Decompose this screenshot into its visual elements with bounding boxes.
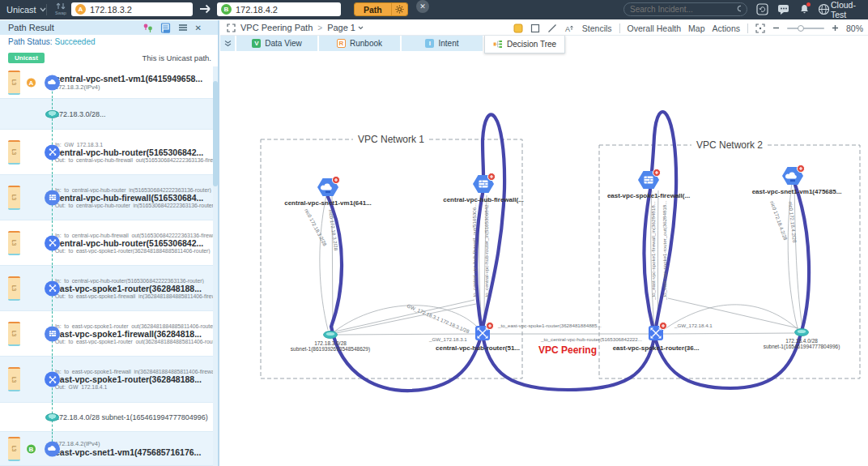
vpc1-title: VPC Network 1 — [358, 134, 424, 145]
page-selector[interactable]: Page 1 — [327, 23, 364, 32]
menu-icon[interactable] — [178, 24, 188, 32]
list-item[interactable]: 172.18.4.0/28 subnet-1(16546199477780499… — [0, 403, 218, 432]
chat-icon[interactable] — [777, 3, 790, 16]
bell-icon[interactable] — [798, 3, 811, 16]
map-area: VPC Peering Path > Page 1 A Stencils Ove… — [220, 20, 868, 466]
actions-button[interactable]: Actions — [713, 24, 740, 33]
close-path-bar-button[interactable]: ✕ — [416, 0, 429, 13]
hop-name: east-vpc-spoke1-router(362848188... — [55, 284, 215, 293]
account-menu[interactable]: Cloud-Test — [831, 0, 868, 19]
endpoint-b-badge: B — [221, 4, 232, 15]
shape-tool-icon[interactable] — [530, 24, 540, 33]
hop-name: central-vpc-hub-router(5165306842... — [55, 147, 215, 157]
divider — [46, 4, 47, 15]
text-tool-icon[interactable]: A — [564, 24, 575, 33]
close-panel-icon[interactable]: ✕ — [195, 24, 202, 32]
list-item[interactable]: L3 In:_to_east-vpc-spoke1-router_out(362… — [0, 311, 218, 357]
topology-canvas[interactable]: VPC Network 1 VPC Network 2 — [220, 51, 868, 466]
list-item[interactable]: L3 A central-vpc-snet1-vm1(6415949658...… — [0, 66, 218, 99]
node-central-subnet[interactable]: 172.18.3.0/28 subnet-1(86193926935485486… — [291, 331, 370, 353]
hop-name: central-vpc-hub-firewall(516530684... — [55, 193, 215, 203]
svg-text:_to_central-vpc-hub-router_in(: _to_central-vpc-hub-router_in(5165306842… — [483, 200, 489, 301]
hop-in: In:_GW_172.18.3.1 — [55, 142, 215, 147]
zoom-out-button[interactable] — [772, 24, 780, 32]
map-menu-button[interactable]: Map — [688, 24, 704, 33]
link-lines — [320, 182, 802, 335]
node-east-vm[interactable]: east-vpc-snet1-vm1(475685... — [752, 165, 842, 195]
router-icon — [45, 280, 60, 296]
svg-text:_to_central-vpc-hub-router(516: _to_central-vpc-hub-router(5165306842222… — [540, 336, 642, 342]
list-item[interactable]: L3 In:_to_east-vpc-spoke1-firewall_in(36… — [0, 357, 218, 403]
fit-screen-icon[interactable] — [755, 24, 765, 33]
collapse-tabs-button[interactable] — [220, 36, 235, 51]
hop-name: central-vpc-snet1-vm1(6415949658... — [55, 74, 215, 83]
svg-text:_to_central-vpc-hub-firewall_o: _to_central-vpc-hub-firewall_out(5165306… — [471, 203, 477, 301]
path-status-label: Path Status: — [8, 37, 52, 46]
panel-scrollbar[interactable] — [213, 66, 218, 466]
zoom-in-button[interactable] — [832, 24, 839, 32]
stencils-button[interactable]: Stencils — [582, 24, 612, 33]
hop-in: In:_to_east-vpc-spoke1-router_out(362848… — [55, 323, 215, 329]
data-view-icon: V — [252, 39, 261, 48]
list-item[interactable]: L3 In:_to_central-vpc-hub-router_in(5165… — [0, 175, 218, 220]
node-east-subnet[interactable]: 172.18.4.0/28 subnet-1(16546199477780499… — [764, 329, 840, 351]
svg-text:subnet-1(8619392693548548629): subnet-1(8619392693548548629) — [291, 346, 370, 353]
line-tool-icon[interactable] — [547, 24, 557, 33]
tab-intent[interactable]: I Intent — [402, 36, 483, 51]
tab-runbook[interactable]: R Runbook — [319, 36, 400, 51]
alert-plus-badge — [797, 165, 804, 172]
svg-text:central-vpc-hub-firewall(...: central-vpc-hub-firewall(... — [443, 196, 524, 203]
svg-text:nic0 172.18.3.2/28: nic0 172.18.3.2/28 — [304, 207, 328, 247]
firewall-icon — [45, 190, 60, 205]
search-icon[interactable] — [737, 5, 741, 14]
svg-text:_to_east-vpc-spoke1-router(362: _to_east-vpc-spoke1-router(3628481884885… — [497, 323, 602, 328]
list-item[interactable]: L3 B 172.18.4.2(IPv4) east-vpc-snet1-vm1… — [0, 432, 218, 466]
arrow-right-icon — [199, 3, 212, 15]
map-toolbar: A Stencils Overall Health Map Actions 80… — [513, 20, 863, 36]
swap-icon — [56, 2, 66, 11]
intent-icon: I — [425, 39, 434, 48]
endpoint-a-badge: A — [75, 4, 86, 15]
destination-ip-input[interactable] — [236, 5, 325, 15]
top-bar: Unicast Swap A B Path — [0, 0, 868, 19]
swap-button[interactable]: Swap — [52, 2, 70, 19]
zoom-level: 80% — [846, 24, 863, 33]
zoom-slider[interactable] — [787, 28, 824, 29]
expand-icon[interactable] — [227, 24, 236, 32]
hop-ip: 172.18.3.2(IPv4) — [55, 83, 215, 91]
layer-tag: L3 — [8, 437, 20, 461]
list-item[interactable]: L3 In:_to_central-vpc-hub-router(5165306… — [0, 266, 218, 311]
hop-out: Out:_to_central-vpc-hub-router_in(516530… — [55, 203, 215, 208]
svg-text:subnet-1(165461994777804996): subnet-1(165461994777804996) — [764, 344, 840, 350]
tab-data-view[interactable]: V Data View — [236, 36, 317, 51]
list-item[interactable]: L3 In:_GW_172.18.3.1 central-vpc-hub-rou… — [0, 130, 218, 175]
path-mode-dropdown[interactable]: Unicast — [6, 0, 46, 19]
source-ip-input[interactable] — [90, 5, 179, 15]
globe-icon[interactable] — [818, 3, 831, 16]
toolbar-divider — [619, 24, 620, 33]
tab-decision-tree[interactable]: Decision Tree — [484, 36, 565, 53]
path-settings-button[interactable] — [391, 3, 407, 15]
node-central-firewall[interactable]: central-vpc-hub-firewall(... — [443, 173, 524, 203]
refresh-icon[interactable] — [756, 3, 769, 16]
breadcrumb[interactable]: VPC Peering Path — [240, 23, 313, 32]
search-input[interactable] — [630, 5, 737, 14]
edge-labels: nic0 172.18.3.2/28 nic0 172.18.3.2/28 _G… — [304, 200, 798, 342]
notification-dot — [806, 2, 811, 6]
zoom-slider-knob[interactable] — [798, 25, 804, 32]
breadcrumb-separator: > — [317, 24, 322, 32]
hop-name: east-vpc-spoke1-firewall(36284818... — [55, 329, 215, 339]
overall-health-button[interactable]: Overall Health — [628, 24, 682, 33]
run-path-button[interactable]: Path — [355, 3, 391, 15]
list-item[interactable]: L3 In:_to_central-vpc-hub-firewall_out(5… — [0, 220, 218, 266]
endpoint-b-badge: B — [26, 443, 36, 454]
map-header: VPC Peering Path > Page 1 A Stencils Ove… — [220, 20, 868, 36]
toolbar-divider — [747, 24, 748, 33]
list-item[interactable]: 172.18.3.0/28... — [0, 99, 218, 130]
node-central-vm[interactable]: central-vpc-snet1-vm1(641... — [284, 176, 372, 207]
chevron-down-icon — [40, 7, 46, 12]
panel-header: Path Result ✕ — [0, 20, 218, 35]
note-tool-icon[interactable] — [513, 24, 523, 33]
route-pin-icon[interactable] — [143, 23, 153, 33]
log-icon[interactable] — [160, 23, 171, 33]
